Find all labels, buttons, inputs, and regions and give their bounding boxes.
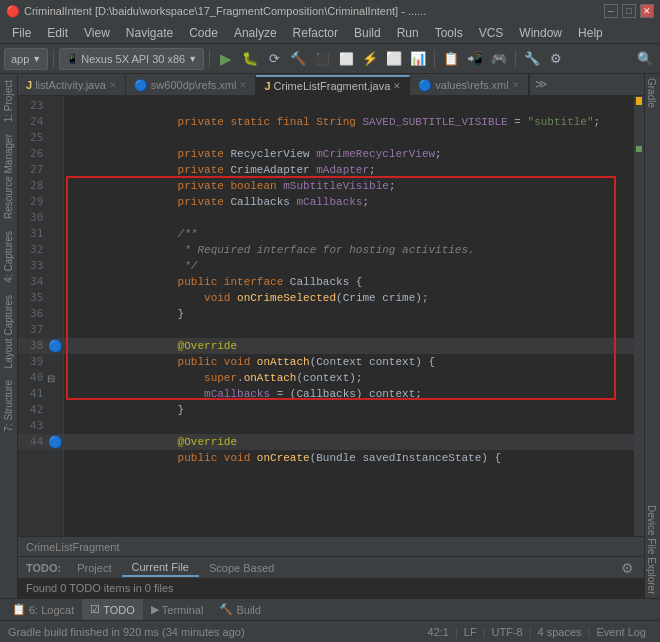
menu-refactor[interactable]: Refactor <box>285 24 346 42</box>
code-line-43: @Override <box>64 418 634 434</box>
tab-label-listactivity: listActivity.java <box>35 79 106 91</box>
maximize-btn[interactable]: □ <box>622 4 636 18</box>
gutter-marker-38: 🔵 <box>48 339 63 353</box>
sidebar-item-project[interactable]: 1: Project <box>0 74 17 128</box>
toolbar-btn-5[interactable]: 📊 <box>407 48 429 70</box>
tab-icon-listactivity: J <box>26 79 32 91</box>
code-editor[interactable]: private static final String SAVED_SUBTIT… <box>64 96 634 536</box>
menu-build[interactable]: Build <box>346 24 389 42</box>
code-line-37: @Override <box>64 322 634 338</box>
run-btn[interactable]: ▶ <box>215 48 237 70</box>
right-sidebar: Gradle Device File Explorer <box>644 74 660 598</box>
line-number-gutter: 23 24 25 26 27 28 29 30 31 32 33 34 35 3… <box>18 96 64 536</box>
menu-code[interactable]: Code <box>181 24 226 42</box>
code-line-30: /** <box>64 210 634 226</box>
minimize-btn[interactable]: ─ <box>604 4 618 18</box>
line-ending[interactable]: LF <box>458 626 483 638</box>
bottom-tab-terminal[interactable]: ▶ Terminal <box>143 599 212 621</box>
tab-close-refs-sw600[interactable]: ✕ <box>239 80 247 90</box>
menu-file[interactable]: File <box>4 24 39 42</box>
toolbar-btn-10[interactable]: ⚙ <box>545 48 567 70</box>
tab-refs-values[interactable]: 🔵 values\refs.xml ✕ <box>410 75 528 95</box>
editor-row: 1: Project Resource Manager 4: Captures … <box>0 74 660 598</box>
sidebar-right-device-explorer[interactable]: Device File Explorer <box>645 501 660 598</box>
tab-refs-sw600[interactable]: 🔵 sw600dp\refs.xml ✕ <box>126 75 257 95</box>
toolbar-sep-4 <box>515 50 516 68</box>
build-icon: 🔨 <box>219 603 233 616</box>
todo-settings-btn[interactable]: ⚙ <box>618 559 636 577</box>
tab-icon-refs-values: 🔵 <box>418 79 432 92</box>
toolbar-btn-8[interactable]: 🎮 <box>488 48 510 70</box>
status-bar: Gradle build finished in 920 ms (34 minu… <box>0 620 660 642</box>
event-log[interactable]: Event Log <box>590 626 652 638</box>
app-window: 🔴 CriminalIntent [D:\baidu\workspace\17_… <box>0 0 660 642</box>
todo-tab-scope-based[interactable]: Scope Based <box>199 560 284 576</box>
sidebar-item-resource-manager[interactable]: Resource Manager <box>0 128 17 225</box>
app-selector[interactable]: app ▼ <box>4 48 48 70</box>
build-btn[interactable]: 🔨 <box>287 48 309 70</box>
menu-help[interactable]: Help <box>570 24 611 42</box>
menu-analyze[interactable]: Analyze <box>226 24 285 42</box>
todo-tab-current-file[interactable]: Current File <box>122 559 199 577</box>
editor-main: J listActivity.java ✕ 🔵 sw600dp\refs.xml… <box>18 74 644 598</box>
logcat-icon: 📋 <box>12 603 26 616</box>
encoding[interactable]: UTF-8 <box>486 626 529 638</box>
sidebar-item-layout-captures[interactable]: Layout Captures <box>0 289 17 374</box>
tab-close-listactivity[interactable]: ✕ <box>109 80 117 90</box>
sidebar-item-structure[interactable]: 7: Structure <box>0 374 17 438</box>
tab-crimelistfragment[interactable]: J CrimeListFragment.java ✕ <box>256 75 410 95</box>
todo-icon: ☑ <box>90 603 100 616</box>
bottom-tab-logcat[interactable]: 📋 6: Logcat <box>4 599 82 621</box>
toolbar-sep-1 <box>53 50 54 68</box>
window-controls: ─ □ ✕ <box>604 4 654 18</box>
code-line-23: private static final String SAVED_SUBTIT… <box>64 98 634 114</box>
tab-label-crimelistfragment: CrimeListFragment.java <box>274 80 391 92</box>
todo-prefix: TODO: <box>26 562 61 574</box>
scroll-gutter[interactable] <box>634 96 644 536</box>
menu-window[interactable]: Window <box>511 24 570 42</box>
gutter-markers: 🔵 ⊟ 🔵 <box>47 96 63 536</box>
toolbar-btn-7[interactable]: 📲 <box>464 48 486 70</box>
search-everywhere-btn[interactable]: 🔍 <box>634 48 656 70</box>
indent-info[interactable]: 4 spaces <box>532 626 588 638</box>
toolbar-btn-3[interactable]: ⚡ <box>359 48 381 70</box>
todo-tab-project[interactable]: Project <box>67 560 121 576</box>
bottom-tab-todo[interactable]: ☑ TODO <box>82 599 143 621</box>
menu-navigate[interactable]: Navigate <box>118 24 181 42</box>
toolbar-btn-1[interactable]: ⬛ <box>311 48 333 70</box>
menu-vcs[interactable]: VCS <box>471 24 512 42</box>
toolbar-btn-6[interactable]: 📋 <box>440 48 462 70</box>
toolbar: app ▼ 📱 Nexus 5X API 30 x86 ▼ ▶ 🐛 ⟳ 🔨 ⬛ … <box>0 44 660 74</box>
gradle-status: Gradle build finished in 920 ms (34 minu… <box>8 626 422 638</box>
toolbar-sep-3 <box>434 50 435 68</box>
device-selector[interactable]: 📱 Nexus 5X API 30 x86 ▼ <box>59 48 204 70</box>
debug-btn[interactable]: 🐛 <box>239 48 261 70</box>
terminal-icon: ▶ <box>151 603 159 616</box>
app-icon: 🔴 <box>6 5 20 18</box>
sidebar-right-gradle[interactable]: Gradle <box>645 74 660 112</box>
tab-bar: J listActivity.java ✕ 🔵 sw600dp\refs.xml… <box>18 74 644 96</box>
menu-run[interactable]: Run <box>389 24 427 42</box>
gutter-marker-44: 🔵 <box>48 435 63 449</box>
sync-btn[interactable]: ⟳ <box>263 48 285 70</box>
cursor-position[interactable]: 42:1 <box>422 626 455 638</box>
bottom-tab-build[interactable]: 🔨 Build <box>211 599 268 621</box>
toolbar-btn-2[interactable]: ⬜ <box>335 48 357 70</box>
fold-indicator-40[interactable]: ⊟ <box>47 373 55 384</box>
menu-view[interactable]: View <box>76 24 118 42</box>
menu-tools[interactable]: Tools <box>427 24 471 42</box>
bottom-tabs-bar: 📋 6: Logcat ☑ TODO ▶ Terminal 🔨 Build <box>0 598 660 620</box>
sidebar-item-captures[interactable]: 4: Captures <box>0 225 17 289</box>
toolbar-btn-4[interactable]: ⬜ <box>383 48 405 70</box>
tab-listactivity[interactable]: J listActivity.java ✕ <box>18 75 126 95</box>
menu-edit[interactable]: Edit <box>39 24 76 42</box>
tab-list-btn[interactable]: ≫ <box>529 74 553 95</box>
tab-label-refs-sw600: sw600dp\refs.xml <box>151 79 237 91</box>
tab-close-refs-values[interactable]: ✕ <box>512 80 520 90</box>
todo-content: Found 0 TODO items in 0 files <box>18 578 644 598</box>
tab-close-crimelistfragment[interactable]: ✕ <box>393 81 401 91</box>
title-bar: 🔴 CriminalIntent [D:\baidu\workspace\17_… <box>0 0 660 22</box>
close-btn[interactable]: ✕ <box>640 4 654 18</box>
tab-label-refs-values: values\refs.xml <box>435 79 508 91</box>
toolbar-btn-9[interactable]: 🔧 <box>521 48 543 70</box>
